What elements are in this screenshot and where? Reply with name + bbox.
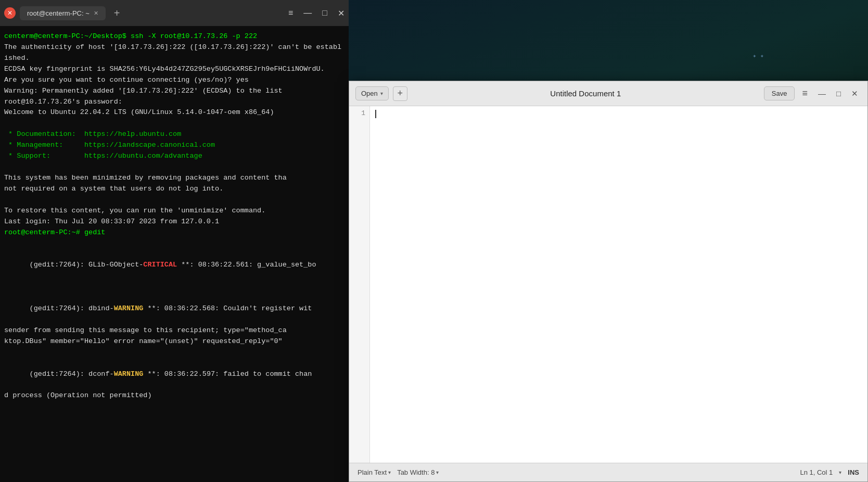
terminal-line: root@centerm-PC:~# gedit <box>4 227 344 238</box>
terminal-line: ktop.DBus" member="Hello" error name="(u… <box>4 336 344 347</box>
terminal-titlebar: ✕ root@centerm-PC: ~ ✕ + ≡ — □ ✕ <box>0 0 349 26</box>
terminal-span: **: 08:36:22.568: Couldn't register wit <box>143 305 312 312</box>
terminal-line: Warning: Permanently added '[10.17.73.26… <box>4 86 344 97</box>
terminal-line: To restore this content, you can run the… <box>4 206 344 217</box>
terminal-line: sender from sending this message to this… <box>4 325 344 336</box>
terminal-line: not required on a system that users do n… <box>4 184 344 195</box>
terminal-line: * Support: https://ubuntu.com/advantage <box>4 151 344 162</box>
tab-width-dropdown-icon: ▾ <box>436 470 439 475</box>
gedit-statusbar: Plain Text ▾ Tab Width: 8 ▾ Ln 1, Col 1 … <box>349 463 867 481</box>
terminal-line <box>4 118 344 129</box>
insert-mode-indicator: INS <box>848 468 859 476</box>
terminal-line: (gedit:7264): dbind-WARNING **: 08:36:22… <box>4 293 344 325</box>
gedit-close-button[interactable]: ✕ <box>848 87 861 100</box>
gedit-new-tab-button[interactable]: + <box>393 86 407 101</box>
terminal-line: (gedit:7264): dconf-WARNING **: 08:36:22… <box>4 358 344 391</box>
gedit-window-controls: — □ ✕ <box>815 87 861 100</box>
gedit-open-button[interactable]: Open ▾ <box>355 86 389 100</box>
terminal-line: * Documentation: https://help.ubuntu.com <box>4 129 344 140</box>
gedit-document-title: Untitled Document 1 <box>407 89 764 98</box>
gedit-window: Open ▾ + Untitled Document 1 Save ≡ — □ … <box>349 81 868 482</box>
terminal-span: (gedit:7264): dbind- <box>30 305 114 312</box>
terminal-maximize-icon[interactable]: □ <box>322 8 327 18</box>
terminal-line: d process (Operation not permitted) <box>4 390 344 401</box>
terminal-span: CRITICAL <box>143 261 177 269</box>
terminal-span: (gedit:7264): dconf- <box>30 370 114 378</box>
terminal-line <box>4 238 344 249</box>
gedit-save-button[interactable]: Save <box>764 86 795 100</box>
line-number: 1 <box>349 109 365 117</box>
terminal-span: **: 08:36:22.561: g_value_set_bo <box>177 261 316 269</box>
terminal-tab-close-icon[interactable]: ✕ <box>94 10 98 17</box>
terminal-line: centerm@centerm-PC:~/Desktop$ ssh -X roo… <box>4 31 344 42</box>
terminal-new-tab-button[interactable]: + <box>110 5 124 21</box>
terminal-minimize-icon[interactable]: — <box>303 8 312 18</box>
gedit-cursor <box>375 110 376 118</box>
plain-text-label: Plain Text <box>358 468 387 476</box>
terminal-window-controls: ≡ — □ ✕ <box>288 8 344 18</box>
terminal-span: WARNING <box>114 370 144 378</box>
gedit-text-area[interactable] <box>370 106 867 463</box>
gedit-menu-button[interactable]: ≡ <box>798 86 812 101</box>
terminal-line: This system has been minimized by removi… <box>4 173 344 184</box>
tab-width-label: Tab Width: 8 <box>397 468 435 476</box>
position-dropdown-icon: ▾ <box>839 470 841 475</box>
cursor-position-label: Ln 1, Col 1 <box>800 468 833 476</box>
gedit-line-numbers: 1 <box>349 106 370 463</box>
terminal-line: root@10.17.73.26's password: <box>4 97 344 108</box>
terminal-menu-icon[interactable]: ≡ <box>288 8 293 18</box>
terminal-line: Welcome to Ubuntu 22.04.2 LTS (GNU/Linux… <box>4 107 344 118</box>
terminal-line: The authenticity of host '[10.17.73.26]:… <box>4 42 344 64</box>
position-dropdown[interactable]: ▾ <box>839 470 841 475</box>
terminal-tab[interactable]: root@centerm-PC: ~ ✕ <box>20 6 106 20</box>
terminal-line: ECDSA key fingerprint is SHA256:Y6Ly4b4d… <box>4 64 344 75</box>
cursor-position-indicator: Ln 1, Col 1 <box>800 468 833 476</box>
gedit-maximize-button[interactable]: □ <box>833 87 844 100</box>
plain-text-dropdown-icon: ▾ <box>388 470 391 475</box>
terminal-line: Are you sure you want to continue connec… <box>4 75 344 86</box>
terminal-close-button[interactable]: ✕ <box>4 7 16 19</box>
terminal-line <box>4 195 344 206</box>
terminal-span: **: 08:36:22.597: failed to commit chan <box>143 370 312 378</box>
terminal-content: centerm@centerm-PC:~/Desktop$ ssh -X roo… <box>0 26 349 482</box>
terminal-window: ✕ root@centerm-PC: ~ ✕ + ≡ — □ ✕ centerm… <box>0 0 349 482</box>
terminal-line: (gedit:7264): GLib-GObject-CRITICAL **: … <box>4 249 344 282</box>
gedit-minimize-button[interactable]: — <box>815 87 829 100</box>
terminal-line <box>4 162 344 173</box>
gedit-titlebar: Open ▾ + Untitled Document 1 Save ≡ — □ … <box>349 81 867 106</box>
terminal-tab-label: root@centerm-PC: ~ <box>27 9 90 17</box>
terminal-line <box>4 347 344 358</box>
terminal-line: Last login: Thu Jul 20 08:33:07 2023 fro… <box>4 217 344 227</box>
terminal-close-icon[interactable]: ✕ <box>338 8 344 18</box>
terminal-span: WARNING <box>114 305 144 312</box>
terminal-line <box>4 282 344 293</box>
gedit-editor-area: 1 <box>349 106 867 463</box>
ins-mode-label: INS <box>848 468 859 476</box>
tab-width-selector[interactable]: Tab Width: 8 ▾ <box>397 468 439 476</box>
terminal-line: * Management: https://landscape.canonica… <box>4 140 344 151</box>
terminal-span: (gedit:7264): GLib-GObject- <box>30 261 144 269</box>
open-dropdown-arrow-icon: ▾ <box>380 91 383 96</box>
plain-text-selector[interactable]: Plain Text ▾ <box>358 468 391 476</box>
open-button-label: Open <box>361 90 378 97</box>
close-icon: ✕ <box>7 9 12 17</box>
